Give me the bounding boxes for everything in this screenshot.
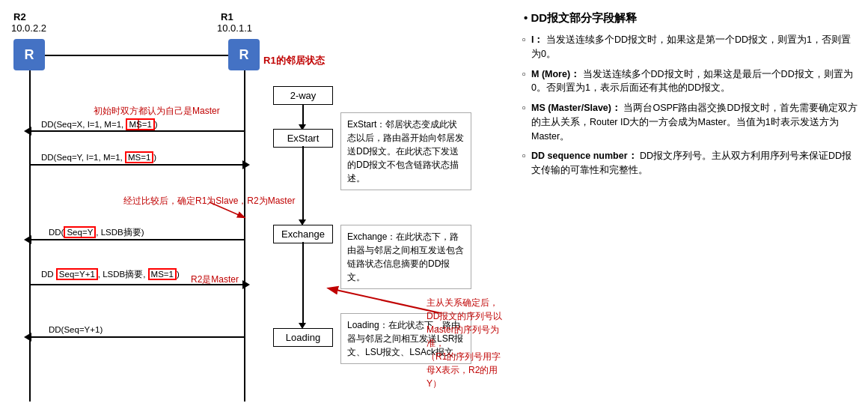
field-i-text: 当发送连续多个DD报文时，如果这是第一个DD报文，则置为1，否则置为0。 <box>531 34 851 59</box>
field-ms-item: MS (Master/Slave)： 当两台OSPF路由器交换DD报文时，首先需… <box>524 101 861 143</box>
arrow4-msbox: MS=1 <box>148 268 177 280</box>
field-seq-label: DD sequence number： <box>531 151 638 161</box>
r2-label: R2 <box>13 11 26 22</box>
r1-label: R1 <box>221 11 233 22</box>
r2-master-label: R2是Master <box>191 273 239 286</box>
state-exchange: Exchange <box>273 225 333 243</box>
arrow4-seqbox: Seq=Y+1 <box>56 268 98 280</box>
desc-exstart-text: ExStart：邻居状态变成此状态以后，路由器开始向邻居发送DD报文。在此状态下… <box>347 119 464 184</box>
arrow3-seqbox: Seq=Y <box>64 226 96 238</box>
sequence-note: 主从关系确定后，DD报文的序列号以Master的序列号为准，（R1的序列号用字母… <box>427 296 509 390</box>
router-wire <box>45 55 228 56</box>
desc-exchange-box: Exchange：在此状态下，路由器与邻居之间相互发送包含链路状态信息摘要的DD… <box>340 225 471 289</box>
arrow3-label: DD(Seq=Y, LSDB摘要) <box>49 226 144 238</box>
r1-router-icon: R <box>228 39 260 70</box>
arrow4-label: DD Seq=Y+1, LSDB摘要, MS=1) <box>41 268 180 280</box>
field-i-label: I： <box>531 34 543 45</box>
arrow2-redbox: MS=1 <box>125 151 153 163</box>
r2-router-icon: R <box>13 39 45 70</box>
arrow5-label: DD(Seq=Y+1) <box>49 325 103 334</box>
arrow2-label: DD(Seq=Y, I=1, M=1, MS=1) <box>41 151 156 163</box>
section-title: • DD报文部分字段解释 <box>524 11 861 25</box>
r1-router-symbol: R <box>239 47 249 63</box>
desc-exstart-box: ExStart：邻居状态变成此状态以后，路由器开始向邻居发送DD报文。在此状态下… <box>340 112 471 190</box>
state-arrow-2 <box>302 146 304 221</box>
field-m-label: M (More)： <box>531 69 580 79</box>
r2-ip: 10.0.2.2 <box>11 22 46 34</box>
initial-master-annotation: 初始时双方都认为自己是Master <box>94 105 220 118</box>
field-m-text: 当发送连续多个DD报文时，如果这是最后一个DD报文，则置为0。否则置为1，表示后… <box>531 69 853 94</box>
arrow1-label: DD(Seq=X, I=1, M=1, MS=1) <box>41 118 158 130</box>
slave-confirmed-annotation: 经过比较后，确定R1为Slave，R2为Master <box>123 195 295 207</box>
field-seq-item: DD sequence number： DD报文序列号。主从双方利用序列号来保证… <box>524 149 861 178</box>
r2-router-symbol: R <box>25 47 34 63</box>
r1-ip: 10.0.1.1 <box>217 22 252 34</box>
state-loading: Loading <box>273 328 333 347</box>
left-panel: R2 10.0.2.2 R1 10.0.1.1 R1的邻居状态 R R <box>7 7 509 402</box>
field-m-item: M (More)： 当发送连续多个DD报文时，如果这是最后一个DD报文，则置为0… <box>524 67 861 96</box>
state-exstart: ExStart <box>273 129 333 148</box>
arrow1-redbox: MS=1 <box>126 118 154 130</box>
right-panel: • DD报文部分字段解释 I： 当发送连续多个DD报文时，如果这是第一个DD报文… <box>509 7 861 402</box>
r1-vertical-line <box>244 70 245 402</box>
r2-vertical-line <box>29 70 31 402</box>
field-i-item: I： 当发送连续多个DD报文时，如果这是第一个DD报文，则置为1，否则置为0。 <box>524 33 861 61</box>
r1-neighbor-label: R1的邻居状态 <box>263 54 325 67</box>
state-arrow-1 <box>302 105 304 126</box>
field-ms-label: MS (Master/Slave)： <box>531 103 621 113</box>
desc-exchange-text: Exchange：在此状态下，路由器与邻居之间相互发送包含链路状态信息摘要的DD… <box>347 231 464 282</box>
main-container: R2 10.0.2.2 R1 10.0.1.1 R1的邻居状态 R R <box>0 0 868 409</box>
state-2way: 2-way <box>273 86 333 105</box>
state-arrow-3 <box>302 242 304 324</box>
